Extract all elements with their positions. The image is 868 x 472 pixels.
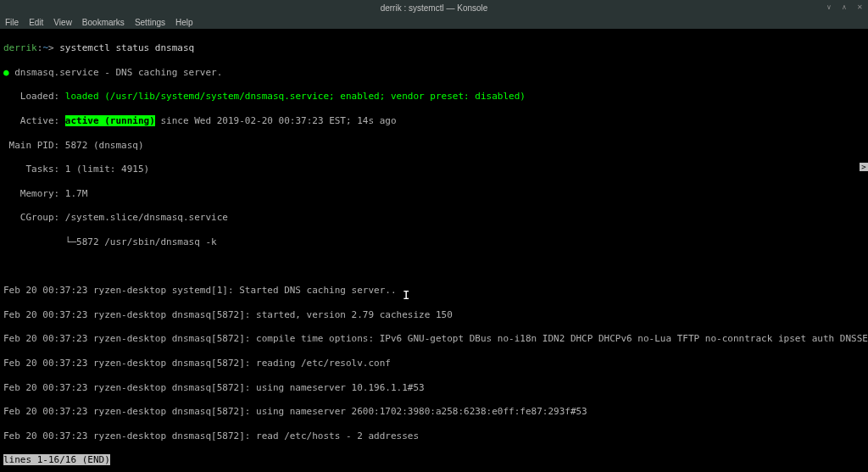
log-line: Feb 20 00:37:23 ryzen-desktop systemd[1]…	[3, 285, 865, 297]
menu-edit[interactable]: Edit	[29, 18, 43, 27]
minimize-icon[interactable]: ∨	[824, 2, 834, 12]
close-icon[interactable]: ✕	[854, 2, 865, 12]
cgroup-line: CGroup: /system.slice/dnsmasq.service	[3, 212, 865, 224]
active-since: since Wed 2019-02-20 00:37:23 EST; 14s a…	[155, 115, 397, 126]
log-line: Feb 20 00:37:23 ryzen-desktop dnsmasq[58…	[3, 333, 865, 345]
menu-file[interactable]: File	[5, 18, 19, 27]
cgroup-child-line: └─5872 /usr/sbin/dnsmasq -k	[3, 236, 865, 248]
prompt-line: derrik:~> systemctl status dnsmasq	[3, 42, 865, 54]
unit-text: dnsmasq.service - DNS caching server.	[14, 67, 222, 78]
pager-status-line: lines 1-16/16 (END)	[3, 454, 865, 466]
main-pid-line: Main PID: 5872 (dnsmasq)	[3, 140, 865, 152]
active-label: Active:	[3, 115, 65, 126]
memory-line: Memory: 1.7M	[3, 188, 865, 200]
pager-status: lines 1-16/16 (END)	[3, 454, 110, 465]
status-dot-icon: ●	[3, 67, 9, 78]
loaded-line: Loaded: loaded (/usr/lib/systemd/system/…	[3, 91, 865, 103]
scroll-right-icon[interactable]: >	[860, 163, 868, 171]
log-line: Feb 20 00:37:23 ryzen-desktop dnsmasq[58…	[3, 309, 865, 321]
window-title: derrik : systemctl — Konsole	[381, 3, 488, 13]
terminal[interactable]: derrik:~> systemctl status dnsmasq ● dns…	[0, 29, 868, 472]
loaded-label: Loaded:	[3, 91, 65, 102]
menu-bookmarks[interactable]: Bookmarks	[82, 18, 125, 27]
command-text: systemctl status dnsmasq	[59, 42, 194, 53]
log-line: Feb 20 00:37:23 ryzen-desktop dnsmasq[58…	[3, 430, 865, 442]
prompt-path: ~	[42, 42, 48, 53]
log-line: Feb 20 00:37:23 ryzen-desktop dnsmasq[58…	[3, 406, 865, 418]
log-line: Feb 20 00:37:23 ryzen-desktop dnsmasq[58…	[3, 382, 865, 394]
menubar: File Edit View Bookmarks Settings Help	[0, 15, 868, 29]
menu-view[interactable]: View	[53, 18, 72, 27]
titlebar: derrik : systemctl — Konsole ∨ ∧ ✕	[0, 0, 868, 15]
maximize-icon[interactable]: ∧	[839, 2, 849, 12]
tasks-line: Tasks: 1 (limit: 4915)	[3, 164, 865, 175]
menu-settings[interactable]: Settings	[135, 18, 165, 27]
prompt-sep2: >	[48, 42, 54, 53]
unit-line: ● dnsmasq.service - DNS caching server.	[3, 67, 865, 79]
prompt-user: derrik	[3, 42, 37, 53]
window-controls: ∨ ∧ ✕	[824, 2, 865, 12]
loaded-value: loaded (/usr/lib/systemd/system/dnsmasq.…	[65, 91, 526, 102]
text-cursor-icon: I	[403, 287, 409, 303]
log-line: Feb 20 00:37:23 ryzen-desktop dnsmasq[58…	[3, 358, 865, 369]
active-value: active (running)	[65, 115, 155, 126]
active-line: Active: active (running) since Wed 2019-…	[3, 115, 865, 127]
menu-help[interactable]: Help	[175, 18, 193, 27]
blank-line	[3, 261, 865, 273]
